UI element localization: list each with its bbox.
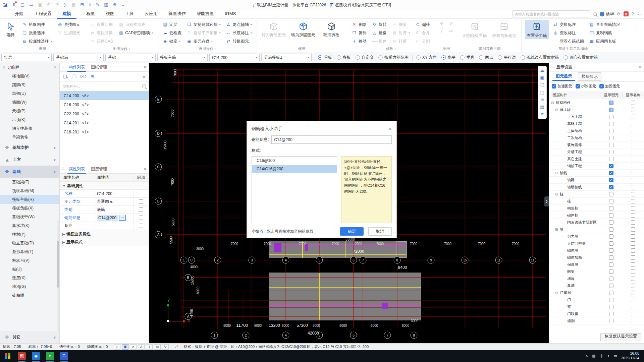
canvas-tool-icon[interactable]: ❐ bbox=[540, 83, 544, 87]
message-center-icon[interactable]: ▤ bbox=[624, 11, 629, 16]
convert-element-button[interactable]: ⇄转换图元 bbox=[225, 38, 253, 45]
dialog-close-icon[interactable]: ✕ bbox=[388, 126, 392, 131]
batch-select-button[interactable]: ❏批量选择 bbox=[21, 29, 53, 37]
show-element-checkbox[interactable] bbox=[609, 101, 613, 105]
close-icon[interactable]: ✕ bbox=[144, 65, 147, 69]
tab-component-list[interactable]: 构件列表 bbox=[67, 63, 86, 72]
show-name-checkbox[interactable] bbox=[631, 277, 635, 281]
show-element-checkbox[interactable] bbox=[609, 185, 613, 189]
show-name-checkbox[interactable] bbox=[631, 319, 635, 323]
select-button[interactable]: 选择 bbox=[3, 20, 18, 39]
status-tool-icon[interactable]: ✕ bbox=[130, 344, 137, 350]
define-button[interactable]: ▤定义 bbox=[161, 21, 183, 28]
status-tool-icon[interactable]: ↻ bbox=[162, 344, 169, 350]
show-element-checkbox[interactable] bbox=[609, 199, 613, 203]
show-element-checkbox[interactable] bbox=[609, 284, 613, 288]
show-element-checkbox[interactable] bbox=[609, 136, 613, 140]
nav-item[interactable]: 筏板主筋(R) bbox=[0, 195, 59, 204]
display-tree-row[interactable]: 剪力墙 bbox=[549, 233, 644, 240]
tab-layer-management[interactable]: 图层管理 bbox=[90, 165, 108, 174]
show-element-checkbox[interactable] bbox=[609, 178, 613, 182]
show-element-checkbox[interactable] bbox=[609, 108, 613, 112]
quick-icon[interactable]: ⌗ bbox=[89, 2, 91, 7]
format-list-item[interactable]: C16@100 bbox=[252, 157, 337, 165]
extra-checkbox[interactable] bbox=[139, 199, 143, 204]
show-name-checkbox[interactable] bbox=[631, 143, 635, 147]
show-element-checkbox[interactable] bbox=[609, 269, 613, 274]
nav-item[interactable]: 墙面(W) bbox=[0, 98, 59, 107]
quick-icon[interactable]: ⌄ bbox=[121, 2, 125, 7]
show-name-checkbox[interactable] bbox=[631, 108, 635, 112]
menu-tab[interactable]: 智能提量 bbox=[191, 9, 219, 19]
nav-item[interactable]: 吊顶(K) bbox=[0, 115, 59, 124]
copy-button[interactable]: ❐复制 bbox=[351, 29, 368, 37]
radio-option[interactable]: 多板 bbox=[337, 55, 351, 60]
display-tree-row[interactable]: 砌体墙 bbox=[549, 247, 644, 254]
show-name-checkbox[interactable] bbox=[631, 213, 635, 218]
component-list-item[interactable]: C22-200<2> bbox=[60, 109, 149, 118]
copy-to-other-floor-button[interactable]: ❐复制到其它层▾ bbox=[185, 21, 222, 28]
show-element-checkbox[interactable] bbox=[609, 115, 613, 119]
display-tree-row[interactable]: 砌体柱 bbox=[549, 212, 644, 219]
collapse-ribbon-icon[interactable]: — bbox=[637, 11, 641, 16]
find-element-button[interactable]: ◎查找图元 bbox=[56, 21, 82, 28]
help-icon[interactable]: ? bbox=[632, 11, 634, 16]
tab-property-list[interactable]: 属性列表 bbox=[67, 165, 86, 174]
pick-component-button[interactable]: ✎拾取构件 bbox=[21, 21, 53, 28]
context-dropdown[interactable]: 筏板主筋▾ bbox=[157, 54, 208, 61]
show-name-checkbox[interactable] bbox=[631, 305, 635, 309]
drag-handle-icon[interactable]: ⠿ bbox=[62, 65, 64, 69]
radio-option[interactable]: 单板 bbox=[318, 55, 332, 60]
display-tree-row[interactable]: 墙垛 bbox=[549, 275, 644, 282]
show-name-checkbox[interactable] bbox=[631, 157, 635, 161]
component-list-item[interactable]: C16-201<1> bbox=[60, 127, 149, 136]
display-tree-row[interactable]: ⊟门窗洞 bbox=[549, 289, 644, 296]
tab-floor-display[interactable]: 楼层显示 bbox=[578, 72, 601, 81]
copy-component-icon[interactable]: ❐ bbox=[72, 74, 76, 79]
rebar-info-more-button[interactable]: ⋯ bbox=[119, 215, 126, 221]
display-tree-row[interactable]: ⊟柱 bbox=[549, 191, 644, 198]
nav-item[interactable]: 墙裙(U) bbox=[0, 89, 59, 98]
status-tool-icon[interactable]: ▭ bbox=[154, 344, 161, 350]
display-tree-row[interactable]: 保温墙 bbox=[549, 261, 644, 268]
display-tree-row[interactable]: 约束边缘非阴影区 bbox=[549, 219, 644, 226]
quick-icon[interactable]: ⬆ bbox=[12, 2, 16, 7]
show-name-checkbox[interactable] bbox=[631, 164, 635, 168]
show-element-checkbox[interactable] bbox=[609, 312, 613, 316]
property-group-display-style[interactable]: ▶显示样式 bbox=[60, 238, 149, 246]
display-tree-row[interactable]: 砌体加筋 bbox=[549, 254, 644, 261]
expander-icon[interactable]: ⊟ bbox=[555, 108, 558, 112]
rebar-info-value[interactable]: C14@200 bbox=[97, 215, 118, 221]
nav-section-foundation[interactable]: ❖ 基础∧ bbox=[0, 166, 59, 178]
storey-copy-icon[interactable]: ⊞ bbox=[91, 74, 94, 79]
canvas-tool-icon[interactable]: ≣ bbox=[540, 112, 544, 117]
element-type-check[interactable]: 拆除图元 bbox=[576, 84, 596, 89]
select-by-property-button[interactable]: ▤按属性选择▾ bbox=[21, 38, 53, 45]
nav-item[interactable]: 单梁装修 bbox=[0, 133, 59, 141]
more-tools-icon[interactable]: » bbox=[143, 74, 145, 79]
radio-option[interactable]: 水平 bbox=[441, 55, 455, 60]
element-type-value[interactable]: 普通图元 bbox=[95, 198, 133, 205]
status-tool-icon[interactable]: ⊥ bbox=[146, 344, 153, 350]
display-tree-row[interactable]: ⊟所有构件 bbox=[549, 99, 644, 106]
restore-default-display-button[interactable]: 恢复默认显示设置 bbox=[600, 333, 641, 341]
show-element-checkbox[interactable] bbox=[609, 192, 613, 196]
show-name-checkbox[interactable] bbox=[631, 206, 635, 210]
show-element-checkbox[interactable] bbox=[609, 255, 613, 260]
show-name-checkbox[interactable] bbox=[631, 115, 635, 119]
status-tool-icon[interactable]: ⌐ bbox=[114, 344, 120, 350]
tray-icon[interactable]: ∧ bbox=[585, 354, 588, 359]
context-dropdown[interactable]: 分层筏板1▾ bbox=[261, 54, 312, 61]
mirror-button[interactable]: △镜像 bbox=[371, 29, 388, 37]
drag-handle-icon[interactable]: ⠿ bbox=[3, 66, 5, 69]
display-tree-row[interactable]: 装饰装修 bbox=[549, 141, 644, 148]
show-name-checkbox[interactable] bbox=[631, 227, 635, 232]
show-element-checkbox[interactable] bbox=[609, 227, 613, 232]
radio-option[interactable]: 弧线边布置放射筋 bbox=[521, 55, 559, 60]
display-tree-row[interactable]: 基础工程 bbox=[549, 120, 644, 127]
nav-item[interactable]: 条形基础(T) bbox=[0, 247, 59, 256]
component-list-item[interactable]: C14-201<1> bbox=[60, 118, 149, 127]
quick-icon[interactable]: ⊕ bbox=[113, 2, 117, 7]
tray-icon[interactable]: 中 bbox=[600, 354, 603, 359]
radio-option[interactable]: 两点 bbox=[479, 55, 493, 60]
